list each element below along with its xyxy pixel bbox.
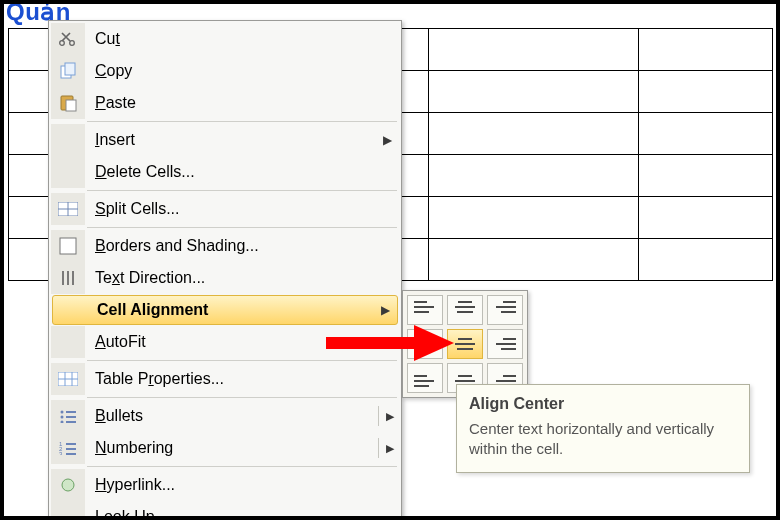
- menu-item-table-properties[interactable]: Table Properties...: [51, 363, 399, 395]
- align-top-right-button[interactable]: [487, 295, 523, 325]
- svg-point-0: [60, 41, 65, 46]
- hyperlink-icon: [51, 469, 85, 501]
- table-properties-icon: [51, 363, 85, 395]
- menu-item-copy[interactable]: Copy: [51, 55, 399, 87]
- cell-alignment-flyout: [402, 290, 528, 398]
- align-top-center-button[interactable]: [447, 295, 483, 325]
- align-center-button[interactable]: [447, 329, 483, 359]
- menu-label: Borders and Shading...: [85, 237, 399, 255]
- menu-label: Copy: [85, 62, 399, 80]
- svg-rect-9: [60, 238, 76, 254]
- menu-separator: [87, 397, 397, 398]
- svg-point-21: [61, 421, 64, 424]
- menu-separator: [87, 466, 397, 467]
- copy-icon: [51, 55, 85, 87]
- tooltip-body: Center text horizontally and vertically …: [469, 419, 737, 458]
- menu-label: Delete Cells...: [85, 163, 399, 181]
- menu-item-hyperlink[interactable]: Hyperlink...: [51, 469, 399, 501]
- menu-label: Cell Alignment: [87, 301, 373, 319]
- menu-separator: [87, 227, 397, 228]
- menu-label: Split Cells...: [85, 200, 399, 218]
- svg-point-19: [61, 416, 64, 419]
- tooltip-title: Align Center: [469, 395, 737, 413]
- menu-item-insert[interactable]: Insert ▶: [51, 124, 399, 156]
- menu-label: Bullets: [85, 407, 376, 425]
- menu-separator: [87, 190, 397, 191]
- submenu-arrow-icon: ▶: [375, 133, 399, 147]
- menu-item-numbering[interactable]: 123 Numbering ▶: [51, 432, 399, 464]
- menu-separator: [87, 121, 397, 122]
- menu-item-cut[interactable]: Cut: [51, 23, 399, 55]
- menu-item-bullets[interactable]: Bullets ▶: [51, 400, 399, 432]
- menu-item-delete-cells[interactable]: Delete Cells...: [51, 156, 399, 188]
- menu-item-look-up[interactable]: Look Up...: [51, 501, 399, 520]
- menu-label: Paste: [85, 94, 399, 112]
- menu-separator: [87, 360, 397, 361]
- svg-point-17: [61, 411, 64, 414]
- align-center-right-button[interactable]: [487, 329, 523, 359]
- split-button-arrow-icon[interactable]: ▶: [381, 410, 399, 423]
- borders-icon: [51, 230, 85, 262]
- menu-label: Look Up...: [85, 508, 399, 520]
- menu-label: Cut: [85, 30, 399, 48]
- menu-item-borders-shading[interactable]: Borders and Shading...: [51, 230, 399, 262]
- align-center-left-button[interactable]: [407, 329, 443, 359]
- align-bottom-left-button[interactable]: [407, 363, 443, 393]
- submenu-arrow-icon: ▶: [373, 303, 397, 317]
- bullets-icon: [51, 400, 85, 432]
- menu-label: AutoFit: [85, 333, 375, 351]
- paste-icon: [51, 87, 85, 119]
- menu-label: Text Direction...: [85, 269, 399, 287]
- svg-rect-3: [65, 63, 75, 75]
- svg-point-29: [62, 479, 74, 491]
- svg-point-1: [70, 41, 75, 46]
- svg-rect-5: [66, 100, 76, 111]
- split-cells-icon: [51, 193, 85, 225]
- menu-label: Insert: [85, 131, 375, 149]
- menu-label: Hyperlink...: [85, 476, 399, 494]
- align-top-left-button[interactable]: [407, 295, 443, 325]
- menu-item-text-direction[interactable]: Text Direction...: [51, 262, 399, 294]
- scissors-icon: [51, 23, 85, 55]
- menu-item-split-cells[interactable]: Split Cells...: [51, 193, 399, 225]
- menu-label: Table Properties...: [85, 370, 399, 388]
- numbering-icon: 123: [51, 432, 85, 464]
- text-direction-icon: [51, 262, 85, 294]
- menu-label: Numbering: [85, 439, 376, 457]
- split-button-arrow-icon[interactable]: ▶: [381, 442, 399, 455]
- tooltip: Align Center Center text horizontally an…: [456, 384, 750, 473]
- svg-text:3: 3: [59, 451, 63, 455]
- menu-item-cell-alignment[interactable]: Cell Alignment ▶: [52, 295, 398, 325]
- menu-item-autofit[interactable]: AutoFit ▶: [51, 326, 399, 358]
- context-menu: Cut Copy Paste Insert ▶ Delete Cells... …: [48, 20, 402, 520]
- submenu-arrow-icon: ▶: [375, 335, 399, 349]
- menu-item-paste[interactable]: Paste: [51, 87, 399, 119]
